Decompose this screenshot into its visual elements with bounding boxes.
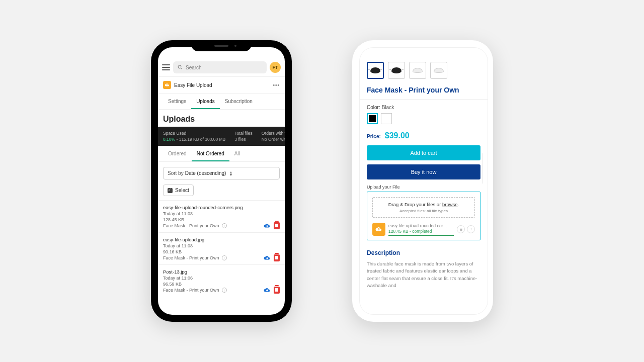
stat-orders-value: No Order with files yet — [262, 137, 285, 142]
subtab-all[interactable]: All — [229, 146, 245, 161]
select-label: Select — [175, 188, 189, 193]
thumb-3[interactable] — [409, 62, 426, 79]
phone-frame-right: Face Mask - Print your Own Color:Black P… — [352, 40, 493, 322]
file-item[interactable]: easy-file-upload.jpg Today at 11:08 90.1… — [158, 232, 285, 264]
remove-upload-icon[interactable] — [457, 225, 465, 233]
file-time: Today at 11:08 — [163, 211, 280, 216]
search-icon — [177, 64, 183, 70]
file-product: Face Mask - Print your Own — [163, 223, 219, 228]
mask-dark-icon — [370, 67, 380, 73]
svg-point-0 — [178, 65, 181, 68]
stat-total-value: 3 files — [234, 137, 252, 142]
screen-left: Search FT Easy File Upload ••• Settings … — [158, 47, 285, 315]
file-time: Today at 11:06 — [163, 276, 280, 281]
screen-right: Face Mask - Print your Own Color:Black P… — [359, 47, 488, 315]
more-icon[interactable]: ••• — [273, 82, 280, 88]
tab-subscription[interactable]: Subscription — [220, 94, 258, 109]
main-tabs: Settings Uploads Subscription — [158, 94, 285, 110]
page-title: Uploads — [158, 110, 285, 127]
thumb-2[interactable] — [388, 62, 405, 79]
swatch-white[interactable] — [381, 113, 392, 124]
file-size: 128.45 KB — [163, 217, 280, 222]
sort-dropdown[interactable]: Sort by Date (descending) ▲▼ — [163, 167, 280, 179]
file-list: easy-file-upload-rounded-corners.png Tod… — [158, 200, 285, 315]
subtab-not-ordered[interactable]: Not Ordered — [192, 146, 229, 161]
buy-now-button[interactable]: Buy it now — [367, 164, 480, 179]
tab-settings[interactable]: Settings — [163, 94, 191, 109]
phone-notch — [191, 40, 252, 51]
file-time: Today at 11:08 — [163, 243, 280, 248]
description-text: This durable face mask is made from two … — [367, 260, 480, 289]
file-name: easy-file-upload.jpg — [163, 237, 280, 242]
app-title-row: Easy File Upload ••• — [158, 76, 285, 94]
product-title: Face Mask - Print your Own — [360, 84, 488, 100]
add-to-cart-button[interactable]: Add to cart — [367, 145, 480, 160]
product-thumbnails — [360, 60, 488, 84]
subtab-ordered[interactable]: Ordered — [163, 146, 192, 161]
download-icon[interactable] — [264, 287, 271, 294]
price-label: Price: — [367, 134, 381, 139]
color-label: Color: — [367, 105, 380, 110]
download-icon[interactable] — [264, 254, 271, 261]
download-icon[interactable] — [264, 222, 271, 229]
hamburger-icon[interactable] — [162, 64, 170, 70]
svg-line-1 — [181, 68, 183, 70]
checkbox-icon — [168, 188, 173, 193]
sort-prefix: Sort by — [168, 170, 184, 176]
thumb-4[interactable] — [430, 62, 447, 79]
upload-box[interactable]: Drag & Drop your files or browse. Accept… — [367, 192, 480, 240]
reupload-icon[interactable] — [467, 225, 475, 233]
mask-dark-icon — [391, 67, 401, 73]
mask-light-icon — [434, 68, 444, 73]
file-type-icon — [372, 223, 385, 236]
browse-link[interactable]: browse — [442, 202, 458, 207]
stat-space-pct: 0.10% — [163, 137, 175, 142]
price-value: $39.00 — [385, 131, 410, 140]
app-name: Easy File Upload — [174, 82, 212, 88]
avatar[interactable]: FT — [270, 62, 281, 73]
upload-progress-bar — [388, 235, 454, 236]
stat-orders-label: Orders with files — [262, 131, 285, 136]
uploaded-file-name: easy-file-upload-rounded-cor… — [388, 223, 454, 228]
top-bar: Search FT — [158, 47, 285, 76]
stat-total-label: Total files — [234, 131, 252, 136]
delete-icon[interactable] — [274, 254, 280, 261]
file-item[interactable]: easy-file-upload-rounded-corners.png Tod… — [158, 200, 285, 232]
delete-icon[interactable] — [274, 222, 280, 229]
upload-label: Upload your File — [360, 184, 488, 192]
stats-bar: Space Used 0.10% - 315.19 KB of 300.00 M… — [158, 127, 285, 146]
thumb-1[interactable] — [367, 62, 384, 79]
search-input[interactable]: Search — [173, 61, 267, 73]
info-icon[interactable]: i — [222, 223, 227, 228]
file-size: 96.59 KB — [163, 282, 280, 287]
file-product: Face Mask - Print your Own — [163, 288, 219, 293]
file-size: 90.16 KB — [163, 249, 280, 254]
stat-space-detail: - 315.19 KB of 300.00 MB — [175, 137, 225, 142]
side-divider — [482, 153, 482, 184]
info-icon[interactable]: i — [222, 255, 227, 260]
dropzone[interactable]: Drag & Drop your files or browse. Accept… — [372, 197, 475, 218]
file-product: Face Mask - Print your Own — [163, 255, 219, 260]
delete-icon[interactable] — [274, 287, 280, 294]
file-item[interactable]: Post-13.jpg Today at 11:06 96.59 KB Face… — [158, 264, 285, 297]
file-name: Post-13.jpg — [163, 269, 280, 275]
sort-value: Date (descending) — [185, 170, 226, 176]
sort-arrows-icon: ▲▼ — [229, 171, 232, 176]
app-icon — [163, 81, 171, 89]
search-placeholder: Search — [186, 65, 202, 70]
swatch-black[interactable] — [367, 113, 378, 124]
file-name: easy-file-upload-rounded-corners.png — [163, 205, 280, 210]
tab-uploads[interactable]: Uploads — [191, 94, 220, 109]
phone-frame-left: Search FT Easy File Upload ••• Settings … — [151, 40, 292, 322]
mask-light-icon — [413, 68, 423, 73]
color-value: Black — [382, 105, 394, 110]
uploaded-file-status: 128.45 KB - completed — [388, 229, 454, 234]
description-heading: Description — [367, 249, 480, 256]
stat-space-label: Space Used — [163, 131, 225, 136]
info-icon[interactable]: i — [222, 288, 227, 293]
dropzone-text-a: Drag & Drop your files or — [388, 202, 442, 207]
accepted-note: Accepted files: all file types — [376, 209, 471, 213]
sub-tabs: Ordered Not Ordered All — [158, 146, 285, 162]
uploaded-file-row: easy-file-upload-rounded-cor… 128.45 KB … — [372, 223, 475, 236]
select-button[interactable]: Select — [163, 185, 194, 196]
